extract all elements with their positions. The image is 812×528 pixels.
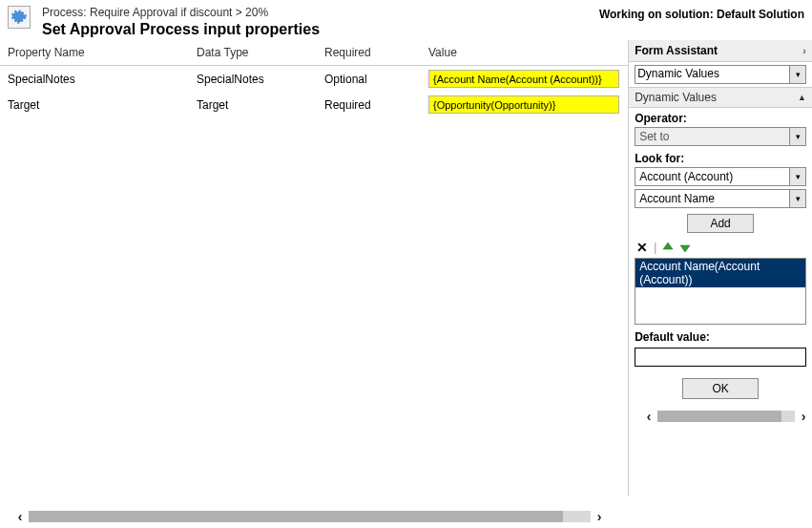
lookfor-attribute-select[interactable]: Account Name xyxy=(635,189,790,208)
property-row[interactable]: Target Target Required {Opportunity(Oppo… xyxy=(0,92,628,117)
property-name-cell: Target xyxy=(8,98,197,112)
process-label: Process: Require Approval if discount > … xyxy=(42,6,599,19)
add-button[interactable]: Add xyxy=(687,214,754,233)
move-down-icon[interactable] xyxy=(679,241,691,254)
working-on-solution: Working on solution: Default Solution xyxy=(599,6,804,21)
lookfor-label: Look for: xyxy=(635,152,806,165)
data-type-cell: SpecialNotes xyxy=(197,73,324,86)
property-name-cell: SpecialNotes xyxy=(8,73,197,86)
scroll-right-icon[interactable]: › xyxy=(795,409,812,424)
col-property-name: Property Name xyxy=(8,46,197,59)
form-assistant-panel: Form Assistant › Dynamic Values ▾ Dynami… xyxy=(628,40,812,496)
selected-items-list[interactable]: Account Name(Account (Account)) xyxy=(635,258,806,325)
horizontal-scrollbar[interactable]: ‹ › xyxy=(640,409,812,424)
lookfor-entity-select[interactable]: Account (Account) xyxy=(635,167,790,186)
col-value: Value xyxy=(428,46,620,59)
delete-icon[interactable]: ✕ xyxy=(636,241,648,254)
separator: | xyxy=(654,241,656,254)
collapse-icon[interactable]: ▲ xyxy=(798,93,806,102)
horizontal-scrollbar[interactable]: ‹ › xyxy=(11,509,608,524)
dropdown-icon[interactable]: ▾ xyxy=(789,127,806,146)
dropdown-icon[interactable]: ▾ xyxy=(789,189,806,208)
value-input-target[interactable]: {Opportunity(Opportunity)} xyxy=(428,95,619,114)
chevron-right-icon[interactable]: › xyxy=(802,45,806,56)
scroll-left-icon[interactable]: ‹ xyxy=(11,509,29,524)
dynamic-values-select[interactable]: Dynamic Values xyxy=(635,65,790,84)
col-required: Required xyxy=(324,46,428,59)
col-data-type: Data Type xyxy=(197,46,324,59)
required-cell: Optional xyxy=(324,73,428,86)
default-value-input[interactable] xyxy=(635,348,806,367)
operator-label: Operator: xyxy=(635,112,806,125)
form-assistant-title: Form Assistant xyxy=(635,44,718,57)
page-title: Set Approval Process input properties xyxy=(42,21,599,38)
default-value-label: Default value: xyxy=(635,330,806,344)
list-item[interactable]: Account Name(Account (Account)) xyxy=(635,259,805,287)
operator-select[interactable]: Set to xyxy=(635,127,790,146)
required-cell: Required xyxy=(324,98,428,112)
value-input-specialnotes[interactable]: {Account Name(Account (Account))} xyxy=(428,70,619,88)
dropdown-icon[interactable]: ▾ xyxy=(789,65,806,84)
dropdown-icon[interactable]: ▾ xyxy=(789,167,806,186)
data-type-cell: Target xyxy=(197,98,324,112)
dynamic-values-section[interactable]: Dynamic Values xyxy=(635,91,717,104)
scroll-right-icon[interactable]: › xyxy=(591,509,608,524)
property-row[interactable]: SpecialNotes SpecialNotes Optional {Acco… xyxy=(0,66,628,92)
move-up-icon[interactable] xyxy=(662,241,674,254)
ok-button[interactable]: OK xyxy=(682,378,759,399)
scroll-left-icon[interactable]: ‹ xyxy=(640,409,657,424)
gear-icon xyxy=(8,6,31,29)
property-table-header: Property Name Data Type Required Value xyxy=(0,40,628,66)
